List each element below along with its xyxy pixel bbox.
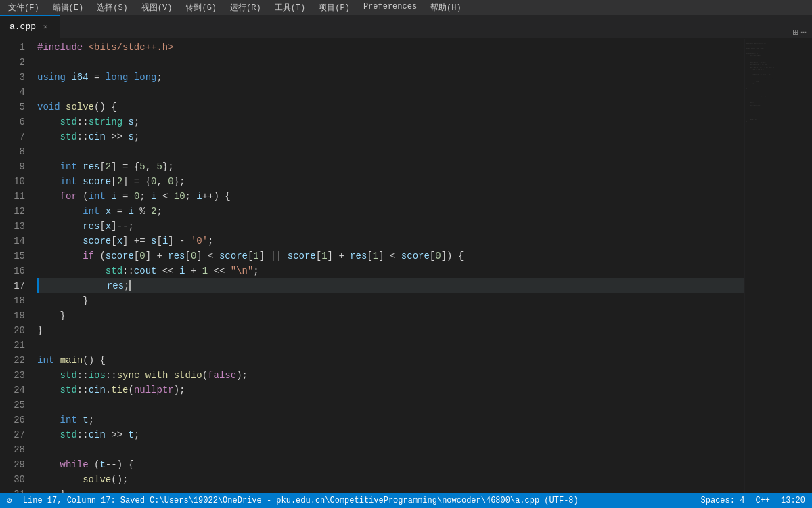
menu-bar[interactable]: 文件(F) 编辑(E) 选择(S) 视图(V) 转到(G) 运行(R) 工具(T… (5, 1, 464, 15)
menu-view[interactable]: 视图(V) (139, 1, 175, 15)
code-line-16: std::cout << i + 1 << "\n"; (37, 263, 744, 278)
tab-close-button[interactable]: ✕ (40, 22, 51, 33)
line-num-11: 11 (11, 189, 25, 204)
split-editor-icon[interactable]: ⊞ (792, 26, 798, 38)
code-line-14: score[x] += s[i] - '0'; (37, 234, 744, 249)
code-line-2 (37, 55, 744, 70)
code-line-27: std::cin >> t; (37, 427, 744, 442)
line-num-19: 19 (11, 308, 25, 323)
code-line-25 (37, 398, 744, 412)
title-bar: 文件(F) 编辑(E) 选择(S) 视图(V) 转到(G) 运行(R) 工具(T… (0, 0, 812, 15)
code-line-5: void solve() { (37, 100, 744, 114)
status-spaces: Spaces: 4 (701, 496, 745, 505)
line-num-4: 4 (11, 85, 25, 100)
tab-acpp[interactable]: a.cpp ✕ (0, 15, 60, 38)
line-num-20: 20 (11, 323, 25, 338)
line-num-28: 28 (11, 442, 25, 457)
line-num-14: 14 (11, 234, 25, 249)
line-num-5: 5 (11, 100, 25, 114)
line-num-15: 15 (11, 249, 25, 263)
code-line-8 (37, 144, 744, 159)
code-line-19: } (37, 308, 744, 323)
tab-actions: ⊞ ⋯ (792, 26, 812, 38)
tab-label: a.cpp (9, 22, 36, 32)
line-num-23: 23 (11, 368, 25, 383)
code-line-21 (37, 338, 744, 353)
code-line-12: int x = i % 2; (37, 204, 744, 219)
code-line-6: std::string s; (37, 114, 744, 129)
line-num-16: 16 (11, 263, 25, 278)
menu-select[interactable]: 选择(S) (94, 1, 131, 15)
code-line-11: for (int i = 0; i < 10; i++) { (37, 189, 744, 204)
code-line-4 (37, 85, 744, 100)
status-lang: C++ (755, 496, 770, 505)
code-line-15: if (score[0] + res[0] < score[1] || scor… (37, 249, 744, 263)
status-bar: ⊘ Line 17, Column 17: Saved C:\Users\190… (0, 493, 812, 508)
line-num-31: 31 (11, 487, 25, 493)
code-line-28 (37, 442, 744, 457)
line-num-13: 13 (11, 219, 25, 234)
menu-tools[interactable]: 工具(T) (272, 1, 309, 15)
tab-bar: a.cpp ✕ ⊞ ⋯ (0, 15, 812, 39)
code-line-3: using i64 = long long; (37, 70, 744, 85)
line-num-2: 2 (11, 55, 25, 70)
line-num-30: 30 (11, 472, 25, 487)
line-num-26: 26 (11, 412, 25, 427)
minimap-content: #include <bits/stdc++.h> using i64 = lon… (745, 39, 812, 127)
code-line-23: std::ios::sync_with_stdio(false); (37, 368, 744, 383)
menu-goto[interactable]: 转到(G) (183, 1, 219, 15)
code-line-22: int main() { (37, 353, 744, 368)
line-num-29: 29 (11, 457, 25, 472)
line-num-22: 22 (11, 353, 25, 368)
line-numbers: 1 2 3 4 5 6 7 8 9 10 11 12 13 14 15 16 1… (0, 39, 30, 493)
status-time: 13:20 (781, 496, 805, 505)
line-num-10: 10 (11, 174, 25, 189)
error-icon: ⊘ (7, 495, 12, 506)
code-line-29: while (t--) { (37, 457, 744, 472)
minimap: #include <bits/stdc++.h> using i64 = lon… (744, 39, 812, 493)
line-num-17: 17 (11, 278, 25, 293)
line-num-21: 21 (11, 338, 25, 353)
code-line-10: int score[2] = {0, 0}; (37, 174, 744, 189)
code-line-20: } (37, 323, 744, 338)
code-line-24: std::cin.tie(nullptr); (37, 383, 744, 398)
code-line-30: solve(); (37, 472, 744, 487)
menu-preferences[interactable]: Preferences (361, 1, 420, 15)
line-num-7: 7 (11, 129, 25, 144)
editor-area: 1 2 3 4 5 6 7 8 9 10 11 12 13 14 15 16 1… (0, 39, 812, 493)
menu-edit[interactable]: 编辑(E) (50, 1, 87, 15)
menu-help[interactable]: 帮助(H) (428, 1, 464, 15)
line-num-27: 27 (11, 427, 25, 442)
line-num-12: 12 (11, 204, 25, 219)
code-line-13: res[x]--; (37, 219, 744, 234)
code-line-17: res; (37, 278, 744, 293)
code-line-9: int res[2] = {5, 5}; (37, 159, 744, 174)
more-actions-icon[interactable]: ⋯ (801, 26, 807, 38)
code-line-26: int t; (37, 412, 744, 427)
line-num-6: 6 (11, 114, 25, 129)
code-line-18: } (37, 293, 744, 308)
line-num-18: 18 (11, 293, 25, 308)
status-position: Line 17, Column 17: Saved C:\Users\19022… (23, 496, 579, 505)
menu-file[interactable]: 文件(F) (5, 1, 42, 15)
line-num-1: 1 (11, 40, 25, 55)
menu-run[interactable]: 运行(R) (227, 1, 264, 15)
code-content[interactable]: #include <bits/stdc++.h> using i64 = lon… (30, 39, 744, 493)
status-right: Spaces: 4 C++ 13:20 (701, 496, 805, 505)
line-num-9: 9 (11, 159, 25, 174)
code-line-31: } (37, 487, 744, 493)
status-left: ⊘ Line 17, Column 17: Saved C:\Users\190… (7, 495, 579, 506)
code-line-1: #include <bits/stdc++.h> (37, 40, 744, 55)
line-num-24: 24 (11, 383, 25, 398)
line-num-3: 3 (11, 70, 25, 85)
code-line-7: std::cin >> s; (37, 129, 744, 144)
line-num-25: 25 (11, 398, 25, 412)
menu-project[interactable]: 项目(P) (316, 1, 353, 15)
line-num-8: 8 (11, 144, 25, 159)
